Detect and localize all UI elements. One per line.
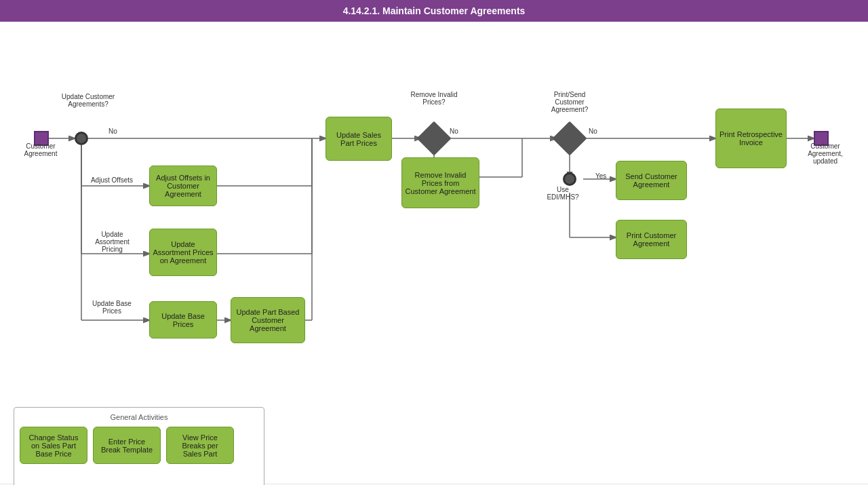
yes-label: Yes	[595, 172, 606, 180]
print-send-diamond	[553, 121, 587, 156]
remove-invalid-prices-box[interactable]: Remove Invalid Prices from Customer Agre…	[401, 157, 479, 208]
update-base-prices-label: Update Base Prices	[88, 300, 136, 315]
use-edi-label: Use EDI/MHS?	[542, 186, 583, 201]
legend-item-3[interactable]: View Price Breaks per Sales Part	[166, 427, 234, 464]
update-assortment-label: Update Assortment Pricing	[87, 231, 138, 253]
remove-invalid-q-label: Remove Invalid Prices?	[407, 91, 461, 106]
canvas: Customer Agreement Update Customer Agree…	[0, 22, 868, 483]
legend-box: General Activities Change Status on Sale…	[14, 407, 264, 485]
no-label-2: No	[450, 128, 458, 135]
legend-item-1[interactable]: Change Status on Sales Part Base Price	[20, 427, 87, 464]
no-label-1: No	[108, 128, 117, 135]
use-edi-circle	[563, 172, 576, 186]
legend-item-2[interactable]: Enter Price Break Template	[93, 427, 161, 464]
gateway-circle-1	[75, 132, 88, 145]
no-label-3: No	[589, 128, 597, 135]
update-sales-part-prices-box[interactable]: Update Sales Part Prices	[326, 117, 392, 161]
print-customer-agreement-box[interactable]: Print Customer Agreement	[616, 220, 687, 259]
adjust-offsets-label: Adjust Offsets	[88, 176, 136, 184]
customer-agreement-end-label: Customer Agreement, updated	[802, 142, 849, 165]
legend-title: General Activities	[20, 413, 258, 421]
update-assortment-prices-box[interactable]: Update Assortment Prices on Agreement	[149, 229, 217, 276]
print-send-q-label: Print/Send Customer Agreement?	[542, 91, 597, 113]
update-customer-q-label: Update Customer Agreements?	[61, 93, 115, 108]
update-base-prices-box[interactable]: Update Base Prices	[149, 301, 217, 338]
legend-items: Change Status on Sales Part Base Price E…	[20, 427, 258, 464]
print-retrospective-box[interactable]: Print Retrospective Invoice	[715, 109, 787, 168]
header: 4.14.2.1. Maintain Customer Agreements	[0, 0, 868, 22]
remove-invalid-diamond	[417, 121, 452, 156]
update-part-based-box[interactable]: Update Part Based Customer Agreement	[231, 297, 305, 343]
adjust-offsets-box[interactable]: Adjust Offsets in Customer Agreement	[149, 166, 217, 206]
header-title: 4.14.2.1. Maintain Customer Agreements	[343, 5, 526, 16]
send-customer-agreement-box[interactable]: Send Customer Agreement	[616, 161, 687, 200]
customer-agreement-start-label: Customer Agreement	[20, 142, 61, 157]
